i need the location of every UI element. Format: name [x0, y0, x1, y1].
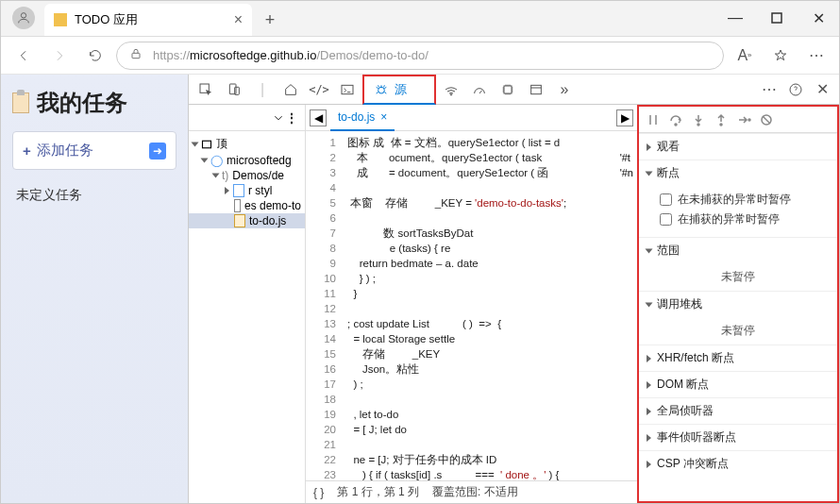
- step-out-icon[interactable]: [711, 109, 731, 130]
- svg-rect-2: [132, 53, 140, 58]
- sources-tab[interactable]: 源: [362, 75, 436, 105]
- code-text[interactable]: 图标 成 体 = 文档。querySe1ector ( list = d 本 o…: [342, 131, 637, 480]
- devtools: | </> 源 » ⋯ ✕: [188, 75, 839, 503]
- performance-icon[interactable]: [466, 76, 493, 103]
- toggle-debugger-icon[interactable]: ▶: [616, 109, 633, 126]
- profile-avatar[interactable]: [12, 7, 35, 29]
- event-listener-section[interactable]: 事件侦听器断点: [639, 424, 837, 450]
- devtools-close-icon[interactable]: ✕: [809, 76, 835, 103]
- nav-dropdown[interactable]: ⋮: [189, 105, 305, 131]
- code-editor: ◀ to-do.js× ▶ 12345678910111213141516171…: [306, 105, 637, 503]
- debugger-pane: 观看 断点 在未捕获的异常时暂停 在捕获的异常时暂停 范围 未暂停 调用堆栈 未…: [637, 105, 839, 503]
- inspect-icon[interactable]: [193, 76, 219, 103]
- tree-folder[interactable]: r styl: [189, 183, 305, 198]
- step-icon[interactable]: [733, 109, 754, 130]
- nav-back[interactable]: [8, 41, 39, 71]
- step-into-icon[interactable]: [688, 109, 709, 130]
- add-task-button[interactable]: + 添加任务 ➜: [12, 131, 176, 170]
- step-over-icon[interactable]: [665, 109, 686, 130]
- svg-point-7: [378, 87, 385, 93]
- devtools-toolbar: | </> 源 » ⋯ ✕: [189, 75, 839, 105]
- tree-top[interactable]: 顶: [189, 135, 305, 153]
- page-title: 我的任务: [12, 88, 176, 118]
- window-close[interactable]: ✕: [798, 4, 839, 32]
- welcome-icon[interactable]: [277, 76, 304, 103]
- scope-section[interactable]: 范围: [639, 237, 837, 263]
- pause-icon[interactable]: [643, 109, 664, 130]
- more-tabs-icon[interactable]: »: [551, 76, 578, 103]
- watch-section[interactable]: 观看: [639, 133, 837, 160]
- xhr-section[interactable]: XHR/fetch 断点: [639, 344, 837, 371]
- brackets-icon[interactable]: { }: [313, 486, 324, 499]
- device-icon[interactable]: [221, 76, 247, 103]
- app-page: 我的任务 + 添加任务 ➜ 未定义任务: [1, 75, 188, 503]
- file-navigator: ⋮ 顶 ◯microsoftedg t)Demos/de r styl es d…: [189, 105, 306, 503]
- network-icon[interactable]: [438, 76, 464, 103]
- svg-point-13: [675, 124, 677, 126]
- devtools-more-icon[interactable]: ⋯: [756, 76, 782, 103]
- application-icon[interactable]: [523, 76, 549, 103]
- browser-tab[interactable]: TODO 应用 ×: [44, 4, 252, 36]
- address-bar: https://microsoftedge.github.io/Demos/de…: [1, 37, 839, 75]
- clipboard-icon: [12, 92, 29, 113]
- window-minimize[interactable]: —: [714, 4, 756, 32]
- svg-rect-9: [504, 86, 512, 93]
- titlebar: TODO 应用 × + — ✕: [1, 1, 839, 37]
- tree-file-active[interactable]: to-do.js: [189, 213, 305, 228]
- svg-point-0: [21, 13, 25, 18]
- editor-status-bar: { } 第 1 行，第 1 列 覆盖范围: 不适用: [306, 480, 637, 503]
- close-icon[interactable]: ×: [380, 110, 387, 124]
- url-field[interactable]: https://microsoftedge.github.io/Demos/de…: [116, 42, 724, 70]
- elements-icon[interactable]: </>: [306, 76, 332, 103]
- nav-reload[interactable]: [80, 41, 110, 71]
- scope-empty: 未暂停: [639, 263, 837, 291]
- toggle-navigator-icon[interactable]: ◀: [310, 109, 327, 126]
- tab-close-icon[interactable]: ×: [234, 11, 243, 28]
- sep: |: [249, 76, 276, 103]
- csp-section[interactable]: CSP 冲突断点: [639, 450, 837, 477]
- callstack-empty: 未暂停: [639, 317, 837, 344]
- new-tab-button[interactable]: +: [256, 6, 284, 34]
- svg-point-14: [697, 124, 699, 126]
- svg-point-16: [748, 119, 750, 121]
- pause-uncaught-checkbox[interactable]: 在未捕获的异常时暂停: [660, 190, 830, 210]
- tab-favicon: [54, 13, 67, 26]
- tree-file[interactable]: es demo-to: [189, 198, 305, 213]
- callstack-section[interactable]: 调用堆栈: [639, 291, 837, 317]
- svg-rect-5: [235, 87, 240, 94]
- memory-icon[interactable]: [495, 76, 521, 103]
- svg-rect-1: [772, 13, 781, 23]
- plus-icon: +: [23, 143, 31, 159]
- console-icon[interactable]: [334, 76, 361, 103]
- read-aloud-icon[interactable]: A»: [730, 41, 760, 71]
- tab-title: TODO 应用: [75, 11, 138, 28]
- deactivate-breakpoints-icon[interactable]: [756, 109, 777, 130]
- svg-point-15: [720, 124, 722, 126]
- tree-domain[interactable]: ◯microsoftedg: [189, 153, 305, 168]
- tree-folder[interactable]: t)Demos/de: [189, 168, 305, 183]
- favorites-icon[interactable]: [765, 41, 796, 71]
- status-position: 第 1 行，第 1 列: [337, 484, 419, 500]
- code-area[interactable]: 123456789101112131415161718192021222324 …: [306, 131, 637, 480]
- debugger-controls: [639, 107, 837, 133]
- dom-section[interactable]: DOM 断点: [639, 371, 837, 397]
- menu-icon[interactable]: ⋯: [801, 41, 832, 71]
- svg-rect-12: [203, 141, 211, 148]
- line-gutter: 123456789101112131415161718192021222324: [306, 131, 342, 480]
- svg-rect-10: [531, 85, 542, 93]
- window-maximize[interactable]: [756, 4, 798, 32]
- lock-icon: [128, 46, 143, 64]
- bug-icon: [374, 82, 389, 97]
- submit-icon[interactable]: ➜: [149, 143, 166, 160]
- pause-caught-checkbox[interactable]: 在捕获的异常时暂停: [660, 210, 830, 229]
- help-icon[interactable]: [782, 76, 809, 103]
- status-coverage: 覆盖范围: 不适用: [432, 484, 518, 500]
- task-item[interactable]: 未定义任务: [12, 183, 176, 208]
- svg-point-8: [450, 93, 451, 94]
- global-listeners-section[interactable]: 全局侦听器: [639, 397, 837, 424]
- breakpoints-section[interactable]: 断点: [639, 160, 837, 186]
- nav-forward: [44, 41, 75, 71]
- editor-file-tab[interactable]: to-do.js×: [330, 105, 395, 131]
- svg-rect-6: [342, 85, 353, 93]
